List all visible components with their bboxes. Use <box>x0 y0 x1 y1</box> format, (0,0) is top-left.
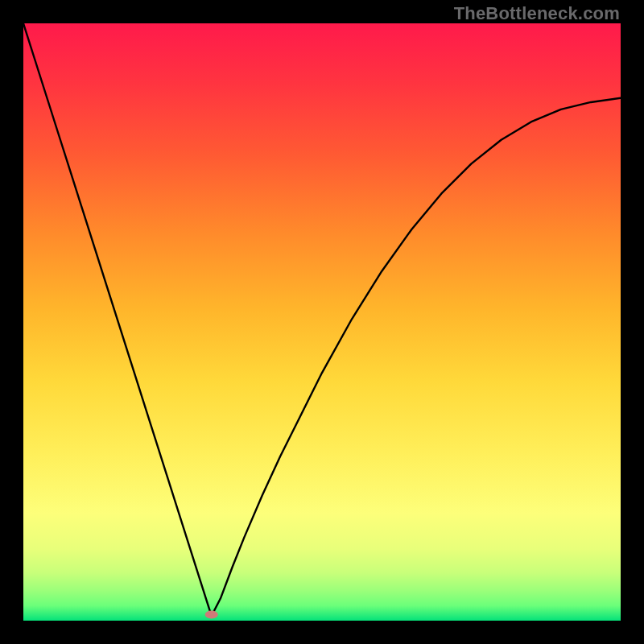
watermark-label: TheBottleneck.com <box>454 3 620 24</box>
bottleneck-plot <box>23 23 621 621</box>
chart-frame <box>23 23 621 621</box>
optimum-marker <box>205 611 218 619</box>
gradient-background <box>23 23 621 621</box>
